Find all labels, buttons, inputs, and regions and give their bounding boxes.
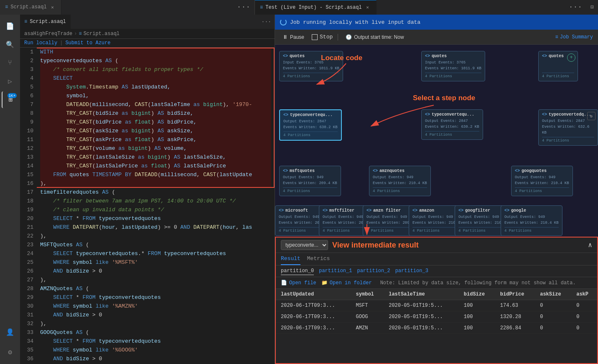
cell-symbol: AMZN: [351, 323, 384, 334]
node-quotes1[interactable]: <>quotes Input Events: 3765Events Writte…: [279, 51, 343, 81]
select-node-annotation: Select a step node: [413, 94, 475, 102]
open-folder-btn[interactable]: 📁 Open in folder: [321, 280, 372, 286]
col-bidSize[interactable]: bidSize: [459, 289, 495, 300]
cell-lastSaleTime: 2020-05-01T19:5...: [384, 311, 459, 323]
code-editor[interactable]: 12345 678910 1112131415 1617181920 21222…: [20, 48, 275, 364]
stop-icon: [312, 34, 318, 40]
node-icon-tc3: <>: [542, 112, 547, 117]
breadcrumb: asaHighFreqTrade › ≡ Script.asaql: [20, 29, 275, 39]
node-icon-tc1: <>: [283, 113, 288, 117]
breadcrumb-file[interactable]: Script.asaql: [84, 31, 120, 37]
stop-button-wrapper[interactable]: Stop: [312, 34, 333, 40]
view-result-annotation: View intermediate result: [332, 241, 419, 250]
node-amznquotes[interactable]: <>amznquotes Output Events: 949Events Wr…: [369, 166, 431, 196]
code-content[interactable]: WITH typeconvertedquotes AS ( /* convert…: [37, 48, 275, 364]
editor-toolbar: Run locally | Submit to Azure: [20, 39, 275, 48]
node-msftquotes[interactable]: <>msftquotes Output Events: 949Events Wr…: [279, 166, 341, 196]
editor-more-btn[interactable]: ···: [258, 19, 275, 25]
settings-gear-icon[interactable]: ⚙: [2, 344, 18, 361]
control-bar: ⏸ Pause Stop 🕐 Output start time: Now ≡ …: [275, 30, 598, 45]
clock-icon: 🕐: [346, 34, 352, 40]
table-body: 2020-06-17T09:3...MSFT2020-05-01T19:5...…: [276, 300, 597, 334]
close-tab-left-icon[interactable]: ✕: [49, 4, 56, 10]
expand-icon[interactable]: ⊕: [587, 112, 595, 120]
submit-azure-btn[interactable]: Submit to Azure: [65, 40, 110, 46]
files-icon[interactable]: 📄: [2, 18, 18, 35]
partition-tab-bar: partition_0 partition_1 partition_2 part…: [276, 265, 597, 277]
result-tab-bar: Result Metrics: [276, 253, 597, 265]
node-typeconverted3[interactable]: <>typeconvertedq... Output Events: 2847E…: [538, 109, 598, 146]
tab-partition3[interactable]: partition_3: [395, 267, 428, 275]
tab-script-left[interactable]: ≡ Script.asaql ✕: [0, 0, 61, 15]
table-row: 2020-06-17T09:3...AMZN2020-05-01T19:5...…: [276, 323, 597, 334]
node-quotes3[interactable]: <>quotes 4 Partitions +: [538, 51, 578, 81]
collapse-panel-btn[interactable]: ∧: [588, 241, 592, 249]
extensions-badge: 1K+: [8, 93, 17, 98]
cell-lastUpdated: 2020-06-17T09:3...: [276, 300, 351, 311]
diagram-area[interactable]: Locate code Select a step node: [275, 45, 598, 237]
menu-icon: ≡: [555, 34, 558, 40]
node-icon-q1: <>: [283, 54, 288, 58]
tab-test-live[interactable]: ≡ Test (Live Input) - Script.asaql ✕: [255, 0, 377, 15]
node-typeconverted1[interactable]: <>typeconvertequ... Output Events: 2847E…: [279, 109, 342, 141]
cell-askSize: 0: [535, 311, 571, 323]
run-locally-btn[interactable]: Run locally: [24, 40, 57, 46]
pause-label: Pause: [290, 34, 304, 40]
tab-overflow-right[interactable]: ···: [565, 3, 586, 11]
bottom-panel-header: typeconverte... View intermediate result…: [276, 238, 597, 253]
script-file-icon: ≡: [24, 19, 27, 25]
cell-askP: 0: [571, 323, 597, 334]
extensions-icon[interactable]: ⊞ 1K+: [2, 91, 18, 108]
job-summary-btn[interactable]: ≡ Job Summary: [555, 34, 593, 40]
source-control-icon[interactable]: ⑂: [2, 55, 18, 71]
col-bidPrice[interactable]: bidPrice: [495, 289, 535, 300]
cell-bidPrice: 174.63: [495, 300, 535, 311]
node-icon-q3: <>: [542, 54, 547, 58]
job-spinner-icon: [280, 19, 287, 25]
data-table[interactable]: lastUpdated symbol lastSaleTime bidSize …: [276, 289, 597, 363]
pause-button[interactable]: ⏸ Pause: [280, 33, 307, 41]
tab-partition1[interactable]: partition_1: [319, 267, 352, 275]
node-typeconverted2[interactable]: <>typeconvertequ... Output Events: 2847E…: [421, 109, 483, 140]
node-icon-tc2: <>: [425, 112, 430, 117]
close-tab-right-icon[interactable]: ✕: [364, 4, 371, 11]
open-file-btn[interactable]: 📄 Open file: [281, 280, 316, 286]
node-dropdown[interactable]: typeconverte...: [281, 240, 328, 250]
run-debug-icon[interactable]: ▷: [2, 73, 18, 90]
test-icon: ≡: [260, 5, 263, 10]
cell-lastSaleTime: 2020-05-01T19:5...: [384, 300, 459, 311]
breadcrumb-root[interactable]: asaHighFreqTrade: [24, 31, 72, 37]
cell-symbol: GOOG: [351, 311, 384, 323]
tab-metrics[interactable]: Metrics: [307, 253, 330, 265]
output-time-btn[interactable]: 🕐 Output start time: Now: [343, 33, 406, 41]
cell-bidPrice: 1320.28: [495, 311, 535, 323]
job-status-bar: Job running locally with live input data: [275, 15, 598, 30]
tab-label: Script.asaql: [10, 4, 46, 10]
stop-label: Stop: [320, 34, 333, 40]
file-icon: 📄: [281, 280, 287, 286]
cell-askSize: 0: [535, 323, 571, 334]
search-icon[interactable]: 🔍: [2, 36, 18, 53]
split-editor-icon[interactable]: ⊡: [586, 4, 598, 10]
account-icon[interactable]: 👤: [2, 324, 18, 341]
node-quotes2[interactable]: <>quotes Input Events: 3765Events Writte…: [421, 51, 485, 81]
line-numbers: 12345 678910 1112131415 1617181920 21222…: [20, 48, 37, 364]
col-askSize[interactable]: askSize: [535, 289, 571, 300]
tab-partition0[interactable]: partition_0: [281, 267, 314, 275]
node-googquotes[interactable]: <>googquotes Output Events: 949Events Wr…: [511, 166, 573, 196]
col-symbol[interactable]: symbol: [351, 289, 384, 300]
col-askP[interactable]: askP: [571, 289, 597, 300]
table-row: 2020-06-17T09:3...GOOG2020-05-01T19:5...…: [276, 311, 597, 323]
col-lastSaleTime[interactable]: lastSaleTime: [384, 289, 459, 300]
output-start-label: Output start time: Now: [354, 34, 404, 40]
cell-bidSize: 100: [459, 311, 495, 323]
node-google[interactable]: <>google Output Events: 949Events Writte…: [501, 205, 562, 236]
tab-overflow-left[interactable]: ···: [233, 3, 254, 11]
cell-askP: 0: [571, 311, 597, 323]
editor-tab-script[interactable]: ≡ Script.asaql: [20, 15, 71, 29]
col-lastUpdated[interactable]: lastUpdated: [276, 289, 351, 300]
ctrl-separator: [338, 34, 338, 40]
add-node-icon[interactable]: +: [567, 53, 575, 62]
tab-result[interactable]: Result: [281, 253, 300, 265]
tab-partition2[interactable]: partition_2: [357, 267, 390, 275]
